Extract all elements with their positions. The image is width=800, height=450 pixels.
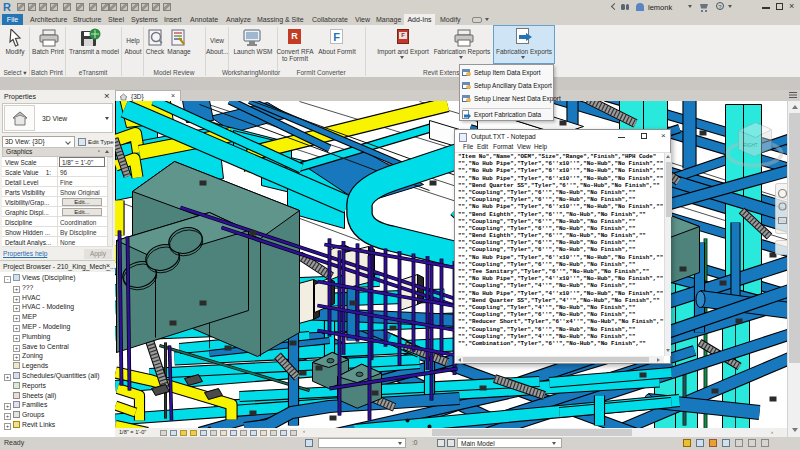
svg-text:RIGHT: RIGHT <box>744 143 758 148</box>
